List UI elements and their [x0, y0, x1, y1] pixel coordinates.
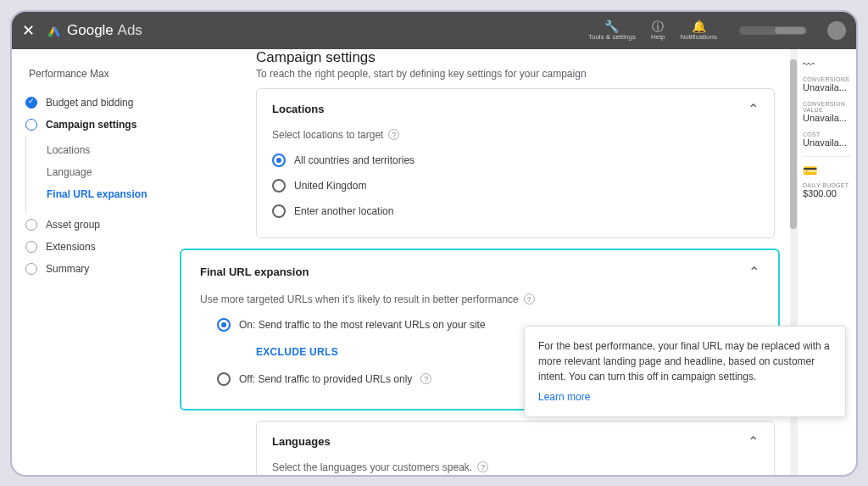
- sidebar: Performance Max Budget and bidding Campa…: [12, 49, 173, 475]
- substep-locations[interactable]: Locations: [26, 139, 164, 161]
- tooltip-text: For the best performance, your final URL…: [538, 338, 832, 384]
- notifications-button[interactable]: 🔔Notifications: [680, 20, 717, 41]
- radio-icon: [217, 318, 231, 332]
- chevron-up-icon: ⌃: [748, 101, 759, 117]
- substep-final-url[interactable]: Final URL expansion: [26, 183, 164, 205]
- languages-card-header[interactable]: Languages ⌃: [257, 422, 774, 461]
- help-icon: ⓘ: [652, 20, 664, 32]
- substeps: Locations Language Final URL expansion: [25, 136, 164, 214]
- page-title: Campaign settings: [256, 49, 790, 66]
- metric-daily-budget: Daily budget$300.00: [803, 182, 851, 198]
- radio-icon: [272, 154, 286, 167]
- step-campaign-settings[interactable]: Campaign settings: [20, 114, 164, 136]
- radio-united-kingdom[interactable]: United Kingdom: [272, 173, 759, 198]
- step-extensions[interactable]: Extensions: [20, 236, 164, 258]
- final-url-card-header[interactable]: Final URL expansion ⌃: [181, 250, 778, 293]
- metric-conversions: ConversionsUnavaila...: [803, 76, 851, 92]
- languages-card: Languages ⌃ Select the languages your cu…: [256, 421, 775, 475]
- card-icon: 💳: [803, 164, 851, 177]
- locations-card-header[interactable]: Locations ⌃: [257, 89, 774, 129]
- final-url-desc: Use more targeted URLs when it's likely …: [200, 293, 760, 305]
- brand-text: Google Ads: [67, 22, 142, 39]
- step-summary[interactable]: Summary: [20, 258, 164, 280]
- help-button[interactable]: ⓘHelp: [651, 20, 665, 41]
- avatar[interactable]: [827, 21, 846, 40]
- wrench-icon: 🔧: [604, 20, 619, 32]
- check-icon: [25, 97, 37, 109]
- help-icon[interactable]: ?: [420, 373, 431, 384]
- help-icon[interactable]: ?: [477, 461, 488, 472]
- metric-conversion-value: Conversion valueUnavaila...: [803, 101, 851, 123]
- radio-icon: [217, 372, 231, 386]
- radio-icon: [272, 204, 286, 218]
- app-frame: ✕ Google Ads 🔧Tools & settings ⓘHelp 🔔No…: [10, 10, 858, 477]
- help-icon[interactable]: ?: [524, 293, 535, 304]
- page-header: Campaign settings To reach the right peo…: [180, 49, 790, 88]
- topbar-right: 🔧Tools & settings ⓘHelp 🔔Notifications: [588, 20, 846, 41]
- tools-settings-button[interactable]: 🔧Tools & settings: [588, 20, 636, 41]
- languages-title: Languages: [272, 435, 331, 448]
- radio-enter-location[interactable]: Enter another location: [272, 198, 759, 224]
- radio-icon: [272, 179, 286, 193]
- substep-language[interactable]: Language: [26, 161, 164, 183]
- step-budget-bidding[interactable]: Budget and bidding: [20, 92, 164, 114]
- circle-icon: [25, 263, 37, 275]
- close-icon[interactable]: ✕: [22, 21, 35, 40]
- scrollbar-thumb[interactable]: [790, 59, 797, 229]
- account-switcher[interactable]: [739, 26, 807, 35]
- learn-more-link[interactable]: Learn more: [538, 389, 590, 405]
- final-url-title: Final URL expansion: [200, 265, 309, 278]
- google-ads-icon: [47, 23, 62, 38]
- circle-icon: [25, 241, 37, 253]
- bell-icon: 🔔: [692, 20, 706, 32]
- step-asset-group[interactable]: Asset group: [20, 214, 164, 236]
- radio-all-countries[interactable]: All countries and territories: [272, 148, 759, 173]
- chevron-up-icon: ⌃: [748, 433, 759, 450]
- locations-title: Locations: [272, 103, 324, 115]
- metric-cost: CostUnavaila...: [803, 131, 851, 148]
- locations-hint: Select locations to target?: [272, 129, 759, 141]
- circle-icon: [25, 219, 37, 231]
- chevron-up-icon: ⌃: [748, 264, 760, 280]
- circle-icon: [25, 119, 37, 131]
- chart-icon: 〰: [803, 58, 851, 71]
- help-icon[interactable]: ?: [388, 129, 399, 140]
- languages-hint: Select the languages your customers spea…: [272, 461, 759, 473]
- svg-point-0: [48, 33, 53, 37]
- page-subtitle: To reach the right people, start by defi…: [256, 68, 790, 80]
- topbar: ✕ Google Ads 🔧Tools & settings ⓘHelp 🔔No…: [12, 12, 856, 49]
- locations-card: Locations ⌃ Select locations to target? …: [256, 88, 775, 238]
- logo: Google Ads: [47, 22, 142, 39]
- campaign-type-label: Performance Max: [20, 64, 164, 92]
- help-tooltip: For the best performance, your final URL…: [524, 326, 846, 417]
